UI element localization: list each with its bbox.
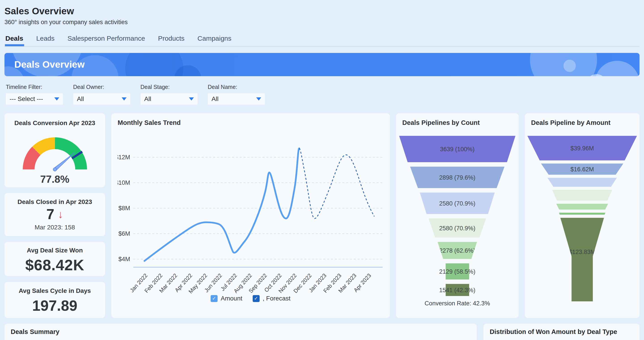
deal-name-select[interactable]: All <box>208 93 265 105</box>
filter-label: Deal Name: <box>208 84 265 90</box>
tab-campaigns[interactable]: Campaigns <box>198 35 232 43</box>
legend-item-forecast[interactable]: ✓ , Forecast <box>253 295 290 302</box>
funnel-segment[interactable] <box>559 213 606 215</box>
pipeline-count-title: Deals Pipelines by Count <box>396 119 518 126</box>
funnel-segment-label: 1541 (42.3%) <box>439 287 476 294</box>
closed-title: Deals Closed in Apr 2023 <box>4 198 105 206</box>
cycle-value: 197.89 <box>4 297 105 314</box>
won-amount-distribution-card: Distribution of Won Amount by Deal Type <box>484 324 640 340</box>
select-value: All <box>77 95 84 102</box>
tab-salesperson-performance[interactable]: Salesperson Performance <box>68 35 145 43</box>
funnel-segment[interactable]: $39.96M <box>528 136 637 160</box>
pipeline-amount-card: Deals Pipeline by Amount $39.96M $16.62M… <box>525 113 640 318</box>
deal-owner-select[interactable]: All <box>73 93 130 105</box>
avg-deal-title: Avg Deal Size Won <box>4 247 105 254</box>
chevron-down-icon <box>122 97 126 100</box>
filter-deal-owner: Deal Owner: All <box>73 84 130 105</box>
funnel-segment[interactable]: 2129 (58.5%) <box>446 263 469 280</box>
deals-closed-card: Deals Closed in Apr 2023 7 ↓ Mar 2023: 1… <box>4 193 105 236</box>
filter-deal-name: Deal Name: All <box>208 84 265 105</box>
funnel-segment[interactable]: 3639 (100%) <box>399 136 516 162</box>
funnel-segment-label: 2580 (70.9%) <box>439 200 476 207</box>
gridlines <box>133 157 382 259</box>
dashboard-page: Sales Overview 360° insights on your com… <box>0 0 644 340</box>
funnel-segment-label: 2580 (70.9%) <box>439 225 476 232</box>
avg-deal-size-card: Avg Deal Size Won $68.42K <box>4 242 105 276</box>
funnel-segment[interactable]: 2580 (70.9%) <box>420 193 495 214</box>
funnel-segment-label: 2129 (58.5%) <box>439 268 476 275</box>
funnel-segment[interactable]: 2898 (79.6%) <box>410 167 504 188</box>
funnel-segment[interactable] <box>552 190 612 201</box>
closed-previous-period: Mar 2023: 158 <box>4 224 105 231</box>
funnel-segment-label: $123.83M <box>569 249 596 256</box>
monthly-sales-trend-card: Monthly Sales Trend $12M $10M $8M $6M $4… <box>111 113 390 318</box>
avg-sales-cycle-card: Avg Sales Cycle in Days 197.89 <box>4 282 105 318</box>
timeline-filter-select[interactable]: --- Select --- <box>6 93 63 105</box>
checkbox-checked-icon[interactable]: ✓ <box>253 295 260 302</box>
deals-conversion-card: Deals Conversion Apr 2023 77.8% <box>4 113 105 187</box>
funnel-segment-label: 2898 (79.6%) <box>439 174 476 181</box>
y-axis-labels: $12M $10M $8M $6M $4M <box>118 154 130 263</box>
won-amount-distribution-title: Distribution of Won Amount by Deal Type <box>490 328 640 336</box>
cycle-title: Avg Sales Cycle in Days <box>4 287 105 295</box>
deals-summary-card: Deals Summary <box>4 324 477 340</box>
select-value: All <box>144 95 151 102</box>
funnel-segment[interactable]: $16.62M <box>541 164 624 175</box>
filter-label: Deal Owner: <box>73 84 130 90</box>
main-grid: Deals Conversion Apr 2023 77.8% Deals Cl… <box>4 113 640 318</box>
funnel-segment[interactable]: 1541 (42.3%) <box>446 284 469 296</box>
gauge-needle <box>54 153 74 170</box>
funnel-segment[interactable]: 2580 (70.9%) <box>429 219 486 238</box>
banner-title: Deals Overview <box>4 53 640 76</box>
filter-timeline: Timeline Filter: --- Select --- <box>6 84 63 105</box>
tab-products[interactable]: Products <box>158 35 184 43</box>
chevron-down-icon <box>189 97 194 100</box>
svg-text:$4M: $4M <box>118 256 130 263</box>
trend-down-arrow-icon: ↓ <box>58 208 63 221</box>
amount-series-line[interactable] <box>144 148 299 261</box>
svg-text:$12M: $12M <box>118 154 130 161</box>
gauge-svg <box>16 130 94 173</box>
funnel-segment-label: 3639 (100%) <box>440 146 475 153</box>
tab-bar: Deals Leads Salesperson Performance Prod… <box>4 35 640 47</box>
deals-overview-banner: Deals Overview <box>4 53 640 76</box>
page-title: Sales Overview <box>4 0 640 16</box>
funnel-segment[interactable] <box>548 178 617 187</box>
trend-chart-title: Monthly Sales Trend <box>118 119 384 126</box>
pipeline-count-card: Deals Pipelines by Count 3639 (100%) 289… <box>396 113 518 318</box>
deal-stage-select[interactable]: All <box>140 93 198 105</box>
select-value: All <box>212 95 218 102</box>
chevron-down-icon <box>54 97 59 100</box>
checkbox-checked-icon[interactable]: ✓ <box>211 295 218 302</box>
chevron-down-icon <box>256 97 261 100</box>
conversion-rate-note: Conversion Rate: 42.3% <box>396 300 518 307</box>
filter-bar: Timeline Filter: --- Select --- Deal Own… <box>4 84 640 105</box>
svg-text:$6M: $6M <box>118 230 130 237</box>
bottom-row: Deals Summary Distribution of Won Amount… <box>4 324 640 340</box>
funnel-segment[interactable]: 2278 (62.6%) <box>438 242 477 259</box>
select-value: --- Select --- <box>10 95 43 102</box>
tab-deals[interactable]: Deals <box>5 35 23 43</box>
filter-label: Deal Stage: <box>140 84 198 90</box>
conversion-gauge-chart[interactable] <box>16 130 94 174</box>
svg-text:$8M: $8M <box>118 205 130 212</box>
funnel-segment[interactable]: $123.83M <box>560 218 604 301</box>
filter-label: Timeline Filter: <box>6 84 63 90</box>
pipeline-amount-title: Deals Pipeline by Amount <box>525 119 640 126</box>
trend-line-chart[interactable]: $12M $10M $8M $6M $4M Jan 2022 Feb 2022 … <box>118 129 384 295</box>
gauge-needle-hub <box>53 168 56 171</box>
funnel-segment-label: 2278 (62.6%) <box>439 247 476 254</box>
tab-leads[interactable]: Leads <box>36 35 54 43</box>
avg-deal-value: $68.42K <box>4 256 105 274</box>
legend-item-amount[interactable]: ✓ Amount <box>211 295 242 302</box>
pipeline-count-funnel-chart: 3639 (100%) 2898 (79.6%) 2580 (70.9%) 25… <box>399 136 516 296</box>
page-subtitle: 360° insights on your company sales acti… <box>4 19 640 26</box>
pipeline-amount-funnel-chart: $39.96M $16.62M $123.83M <box>528 136 637 301</box>
legend-label: , Forecast <box>263 295 290 302</box>
funnel-segment[interactable] <box>556 204 608 210</box>
deals-summary-title: Deals Summary <box>11 328 477 336</box>
conversion-value: 77.8% <box>4 173 105 185</box>
gauge-title: Deals Conversion Apr 2023 <box>4 119 105 127</box>
funnel-segment-label: $16.62M <box>570 166 594 173</box>
x-axis-labels: Jan 2022 Feb 2022 Mar 2022 Apr 2022 May … <box>128 272 372 295</box>
